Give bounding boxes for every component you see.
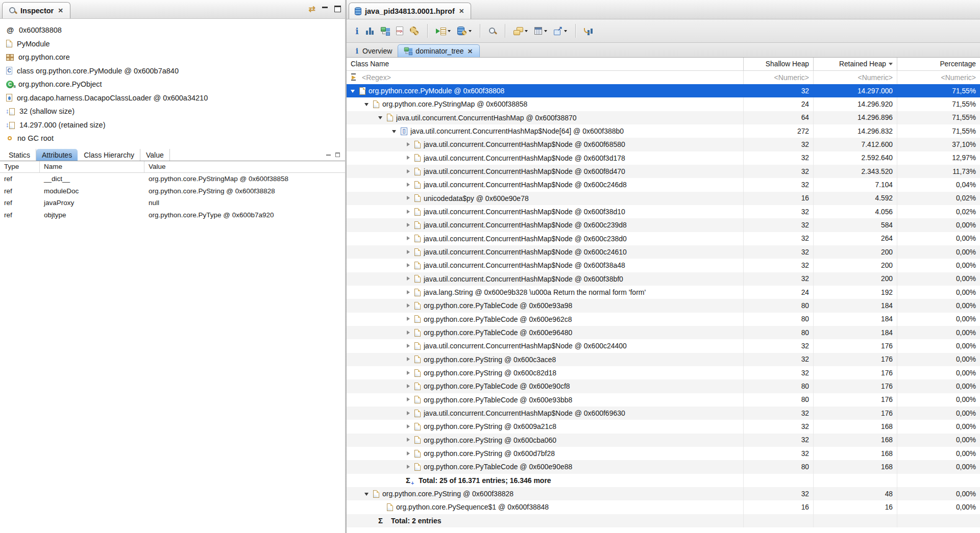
inspector-item[interactable]: PyModule bbox=[0, 37, 345, 51]
collapse-arrow-icon[interactable] bbox=[392, 129, 398, 134]
column-header-shallow-heap[interactable]: Shallow Heap bbox=[743, 58, 813, 70]
histogram-button[interactable] bbox=[364, 26, 376, 37]
column-header-class-name[interactable]: Class Name bbox=[347, 58, 743, 70]
link-with-snapshot-icon[interactable] bbox=[309, 4, 315, 14]
expand-arrow-icon[interactable] bbox=[406, 169, 411, 174]
heap-dump-editor-tab[interactable]: java_pid34813.0001.hprof bbox=[349, 3, 471, 19]
attribute-row[interactable]: refobjtypeorg.python.core.PyType @ 0x600… bbox=[0, 209, 345, 221]
expand-arrow-icon[interactable] bbox=[406, 397, 411, 402]
compare-button[interactable] bbox=[582, 26, 595, 37]
search-button[interactable] bbox=[486, 26, 499, 37]
tree-row[interactable]: java.util.concurrent.ConcurrentHashMap$N… bbox=[347, 407, 980, 420]
tree-total-row[interactable]: Total: 2 entries bbox=[347, 514, 980, 527]
tab-overview[interactable]: Overview bbox=[349, 44, 398, 57]
inspector-item[interactable]: 0x600f38808 bbox=[0, 23, 345, 37]
maximize-icon[interactable] bbox=[334, 6, 341, 12]
tree-row[interactable]: org.python.core.PyString @ 0x600cba06032… bbox=[347, 434, 980, 447]
leak-report-button[interactable] bbox=[408, 25, 421, 37]
collapse-arrow-icon[interactable] bbox=[364, 101, 370, 107]
heap-settings-button[interactable] bbox=[455, 25, 474, 37]
expand-arrow-icon[interactable] bbox=[406, 263, 411, 268]
expand-arrow-icon[interactable] bbox=[406, 464, 411, 470]
attribute-row[interactable]: refmoduleDocorg.python.core.PyString @ 0… bbox=[0, 185, 345, 197]
tab-statics[interactable]: Statics bbox=[3, 149, 36, 161]
tree-row[interactable]: java.util.concurrent.ConcurrentHashMap$N… bbox=[347, 218, 980, 232]
close-icon[interactable] bbox=[467, 47, 474, 55]
tree-row[interactable]: java.util.concurrent.ConcurrentHashMap$N… bbox=[347, 232, 980, 245]
oql-button[interactable] bbox=[394, 25, 405, 37]
expand-arrow-icon[interactable] bbox=[406, 155, 411, 161]
tree-row[interactable]: org.python.core.PyTableCode @ 0x600e93bb… bbox=[347, 393, 980, 407]
tab-class-hierarchy[interactable]: Class Hierarchy bbox=[78, 149, 140, 161]
tree-row[interactable]: org.python.core.PyStringMap @ 0x600f3885… bbox=[347, 97, 980, 111]
shallow-heap-filter[interactable]: <Numeric> bbox=[743, 71, 813, 84]
expand-arrow-icon[interactable] bbox=[406, 357, 411, 362]
section-maximize-icon[interactable] bbox=[335, 153, 340, 157]
tree-row[interactable]: java.util.concurrent.ConcurrentHashMap$N… bbox=[347, 205, 980, 218]
export-button[interactable] bbox=[552, 26, 569, 37]
expand-arrow-icon[interactable] bbox=[406, 290, 411, 295]
close-icon[interactable] bbox=[57, 7, 64, 14]
attribute-row[interactable]: refjavaProxynull bbox=[0, 197, 345, 209]
inspector-item[interactable]: org.dacapo.harness.DacapoClassLoader @ 0… bbox=[0, 91, 345, 105]
percentage-filter[interactable]: <Numeric> bbox=[897, 71, 980, 84]
expand-arrow-icon[interactable] bbox=[406, 384, 411, 389]
expand-arrow-icon[interactable] bbox=[406, 209, 411, 215]
tree-row[interactable]: java.lang.String @ 0x600e9b328 \u000a Re… bbox=[347, 286, 980, 299]
expand-arrow-icon[interactable] bbox=[406, 370, 411, 376]
expand-arrow-icon[interactable] bbox=[406, 182, 411, 188]
tab-attributes[interactable]: Attributes bbox=[36, 149, 78, 161]
expand-arrow-icon[interactable] bbox=[406, 411, 411, 416]
tree-total-row[interactable]: Total: 25 of 16.371 entries; 16.346 more bbox=[347, 474, 980, 487]
collapse-arrow-icon[interactable] bbox=[364, 491, 370, 497]
calculator-button[interactable] bbox=[532, 26, 549, 36]
tree-row[interactable]: org.python.core.PySequence$1 @ 0x600f388… bbox=[347, 500, 980, 514]
collapse-arrow-icon[interactable] bbox=[378, 115, 384, 120]
column-header-name[interactable]: Name bbox=[40, 161, 144, 173]
column-header-percentage[interactable]: Percentage bbox=[897, 58, 980, 70]
expand-arrow-icon[interactable] bbox=[406, 343, 411, 349]
column-header-retained-heap[interactable]: Retained Heap bbox=[813, 58, 897, 70]
tree-row[interactable]: java.util.concurrent.ConcurrentHashMap$N… bbox=[347, 178, 980, 191]
close-icon[interactable] bbox=[458, 7, 465, 15]
tree-row[interactable]: org.python.core.PyTableCode @ 0x600e962c… bbox=[347, 313, 980, 326]
expand-arrow-icon[interactable] bbox=[406, 437, 411, 443]
tree-row[interactable]: org.python.core.PyString @ 0x600c82d1832… bbox=[347, 366, 980, 379]
tree-row[interactable]: java.util.concurrent.ConcurrentHashMap$N… bbox=[347, 138, 980, 151]
run-query-menu-button[interactable] bbox=[434, 26, 453, 37]
inspector-item[interactable]: 14.297.000 (retained size) bbox=[0, 118, 345, 132]
retained-heap-filter[interactable]: <Numeric> bbox=[813, 71, 897, 84]
tree-row[interactable]: java.util.concurrent.ConcurrentHashMap @… bbox=[347, 111, 980, 124]
tree-row[interactable]: java.util.concurrent.ConcurrentHashMap$N… bbox=[347, 245, 980, 259]
class-name-filter[interactable]: <Regex> bbox=[347, 71, 743, 84]
tab-dominator-tree[interactable]: dominator_tree bbox=[398, 44, 479, 57]
tree-row[interactable]: org.python.core.PyTableCode @ 0x600e93a9… bbox=[347, 299, 980, 312]
tab-value[interactable]: Value bbox=[140, 149, 170, 161]
group-by-button[interactable] bbox=[511, 26, 530, 37]
column-header-type[interactable]: Type bbox=[0, 161, 40, 173]
inspector-item[interactable]: no GC root bbox=[0, 132, 345, 145]
section-minimize-icon[interactable] bbox=[326, 153, 331, 158]
tree-row[interactable]: java.util.concurrent.ConcurrentHashMap$N… bbox=[347, 165, 980, 178]
tree-row[interactable]: java.util.concurrent.ConcurrentHashMap$N… bbox=[347, 151, 980, 165]
tree-row[interactable]: java.util.concurrent.ConcurrentHashMap$N… bbox=[347, 272, 980, 286]
tree-row[interactable]: org.python.core.PyString @ 0x6009a21c832… bbox=[347, 420, 980, 433]
expand-arrow-icon[interactable] bbox=[406, 330, 411, 336]
expand-arrow-icon[interactable] bbox=[406, 451, 411, 456]
tree-row[interactable]: java.util.concurrent.ConcurrentHashMap$N… bbox=[347, 124, 980, 138]
expand-arrow-icon[interactable] bbox=[406, 195, 411, 201]
inspector-item[interactable]: 32 (shallow size) bbox=[0, 105, 345, 118]
column-header-value[interactable]: Value bbox=[144, 161, 345, 173]
tree-row[interactable]: org.python.core.PyString @ 0x600d7bf2832… bbox=[347, 447, 980, 460]
inspector-tab[interactable]: Inspector bbox=[2, 2, 70, 18]
inspector-item[interactable]: class org.python.core.PyModule @ 0x600b7… bbox=[0, 64, 345, 78]
tree-row[interactable]: unicodedata$py @ 0x600e90e78164.5920,02% bbox=[347, 192, 980, 205]
collapse-arrow-icon[interactable] bbox=[351, 88, 356, 94]
expand-arrow-icon[interactable] bbox=[406, 316, 411, 322]
tree-row[interactable]: org.python.core.PyTableCode @ 0x600e90cf… bbox=[347, 379, 980, 393]
expand-arrow-icon[interactable] bbox=[406, 142, 411, 147]
dominator-tree-button[interactable] bbox=[379, 26, 391, 37]
expand-arrow-icon[interactable] bbox=[406, 222, 411, 228]
tree-row[interactable]: org.python.core.PyString @ 0x600f3882832… bbox=[347, 487, 980, 500]
tree-row[interactable]: java.util.concurrent.ConcurrentHashMap$N… bbox=[347, 259, 980, 272]
